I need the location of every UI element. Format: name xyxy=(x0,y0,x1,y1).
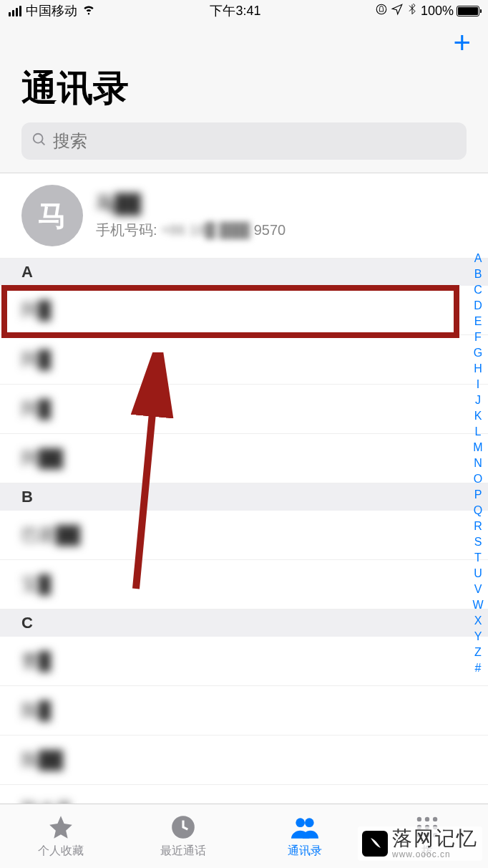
index-letter[interactable]: V xyxy=(471,582,485,597)
index-letter[interactable]: B xyxy=(471,266,485,282)
title-area: 通讯录 xyxy=(0,64,488,173)
svg-point-9 xyxy=(433,817,437,821)
index-bar[interactable]: ABCDEFGHIJKLMNOPQRSTUVWXYZ# xyxy=(471,251,485,676)
battery-icon xyxy=(457,6,479,16)
battery-pct: 100% xyxy=(421,4,454,19)
index-letter[interactable]: Q xyxy=(471,503,485,519)
index-letter[interactable]: N xyxy=(471,455,485,471)
contact-row[interactable]: 阿█ xyxy=(0,335,488,385)
index-letter[interactable]: # xyxy=(471,660,485,676)
contact-row[interactable]: 陈█ xyxy=(0,686,488,736)
bluetooth-icon xyxy=(406,4,418,19)
section-header: C xyxy=(0,609,488,637)
svg-point-7 xyxy=(417,817,421,821)
index-letter[interactable]: W xyxy=(471,597,485,613)
my-phone: 手机号码: +86 18█ ███ 9570 xyxy=(96,221,286,240)
index-letter[interactable]: A xyxy=(471,251,485,266)
clock-icon xyxy=(170,814,197,841)
index-letter[interactable]: I xyxy=(471,377,485,392)
watermark-text: 落网记忆 xyxy=(392,828,478,850)
contact-row[interactable]: 曹█ xyxy=(0,637,488,686)
search-input[interactable] xyxy=(53,131,457,151)
tab-contacts[interactable]: 通讯录 xyxy=(244,804,366,868)
avatar: 马 xyxy=(21,185,83,246)
svg-line-2 xyxy=(42,142,45,145)
my-card[interactable]: 马 马██ 手机号码: +86 18█ ███ 9570 xyxy=(0,173,488,259)
index-letter[interactable]: T xyxy=(471,550,485,566)
search-field[interactable] xyxy=(21,122,467,160)
nav-bar: + xyxy=(0,21,488,64)
svg-point-8 xyxy=(425,817,429,821)
contact-row[interactable]: 阿██ xyxy=(0,434,488,483)
contact-row[interactable]: 陈██ xyxy=(0,736,488,785)
location-icon xyxy=(391,3,404,19)
contact-row[interactable]: 阿█ xyxy=(0,385,488,434)
index-letter[interactable]: G xyxy=(471,345,485,361)
index-letter[interactable]: M xyxy=(471,440,485,455)
index-letter[interactable]: R xyxy=(471,519,485,534)
section-header: B xyxy=(0,483,488,511)
tab-favorites[interactable]: 个人收藏 xyxy=(0,804,122,868)
orientation-lock-icon xyxy=(375,3,388,19)
index-letter[interactable]: E xyxy=(471,314,485,329)
svg-point-6 xyxy=(305,818,314,827)
status-time: 下午3:41 xyxy=(210,2,260,19)
index-letter[interactable]: O xyxy=(471,471,485,487)
index-letter[interactable]: H xyxy=(471,361,485,377)
contact-row[interactable]: 巴星██ xyxy=(0,511,488,560)
index-letter[interactable]: Z xyxy=(471,645,485,660)
carrier-label: 中国移动 xyxy=(26,2,77,19)
page-title: 通讯录 xyxy=(21,64,467,112)
watermark-url: www.oooc.cn xyxy=(392,850,478,859)
index-letter[interactable]: K xyxy=(471,408,485,424)
search-icon xyxy=(31,132,47,150)
contacts-icon xyxy=(291,814,318,841)
contact-row[interactable]: 宝█ xyxy=(0,560,488,609)
watermark: 落网记忆 www.oooc.cn xyxy=(358,826,482,861)
my-name: 马██ xyxy=(96,191,286,216)
index-letter[interactable]: X xyxy=(471,613,485,629)
add-contact-button[interactable]: + xyxy=(453,28,471,58)
index-letter[interactable]: L xyxy=(471,424,485,440)
signal-icon xyxy=(9,6,21,16)
svg-point-5 xyxy=(296,818,306,827)
contact-row[interactable]: 阿█ xyxy=(0,286,488,335)
index-letter[interactable]: D xyxy=(471,298,485,314)
tab-recents[interactable]: 最近通话 xyxy=(122,804,245,868)
status-bar: 中国移动 下午3:41 100% xyxy=(0,0,488,21)
index-letter[interactable]: C xyxy=(471,282,485,298)
section-header: A xyxy=(0,259,488,286)
watermark-logo-icon xyxy=(362,831,388,857)
index-letter[interactable]: J xyxy=(471,392,485,408)
index-letter[interactable]: U xyxy=(471,566,485,582)
index-letter[interactable]: F xyxy=(471,329,485,345)
star-icon xyxy=(47,814,74,841)
wifi-icon xyxy=(82,2,96,20)
index-letter[interactable]: P xyxy=(471,487,485,503)
index-letter[interactable]: S xyxy=(471,534,485,550)
content-scroll[interactable]: 马 马██ 手机号码: +86 18█ ███ 9570 A阿█阿█阿█阿██B… xyxy=(0,173,488,811)
svg-point-1 xyxy=(34,134,43,143)
index-letter[interactable]: Y xyxy=(471,629,485,645)
